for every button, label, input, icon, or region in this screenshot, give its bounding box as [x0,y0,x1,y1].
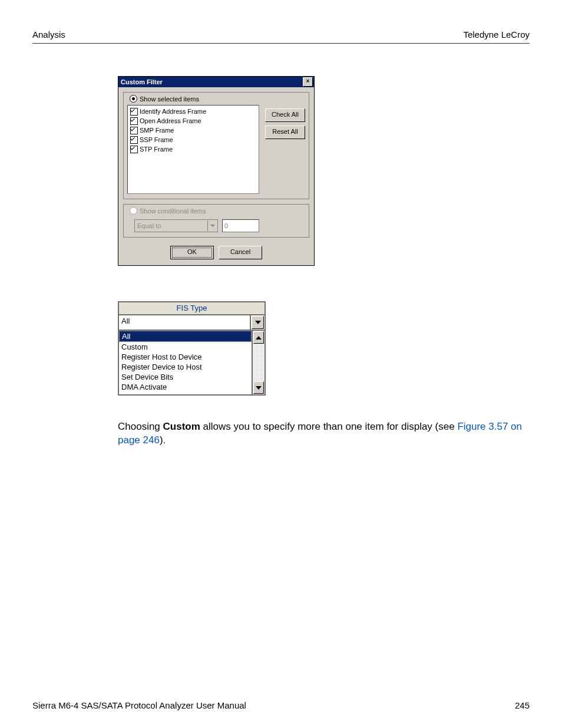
check-all-button[interactable]: Check All [265,108,305,122]
footer-left: Sierra M6-4 SAS/SATA Protocol Analyzer U… [32,700,246,710]
radio-show-conditional[interactable]: Show conditional items [130,207,305,215]
radio-on-icon [130,95,137,103]
ok-button[interactable]: OK [170,246,214,259]
dropdown-arrow-icon[interactable] [252,316,264,329]
radio-show-conditional-label: Show conditional items [140,207,206,215]
page-footer: Sierra M6-4 SAS/SATA Protocol Analyzer U… [32,700,530,710]
scroll-track[interactable] [253,344,265,381]
fis-option[interactable]: DMA Activate [119,382,252,392]
fis-options-list[interactable]: All Custom Register Host to Device Regis… [119,331,252,394]
selected-items-list[interactable]: Identify Address Frame Open Address Fram… [127,105,259,194]
reset-all-button[interactable]: Reset All [265,126,305,139]
fis-selected-value[interactable]: All [119,315,251,330]
fis-type-dropdown: FIS Type All All Custom Register Host to… [118,301,266,396]
show-selected-group: Show selected items Identify Address Fra… [123,92,309,199]
list-item[interactable]: Open Address Frame [130,116,256,126]
radio-show-selected-label: Show selected items [140,95,199,103]
page-header: Analysis Teledyne LeCroy [32,29,530,44]
header-left: Analysis [32,29,65,39]
show-conditional-group: Show conditional items Equal to 0 [123,204,309,238]
close-icon[interactable]: × [303,77,313,87]
list-item[interactable]: SSP Frame [130,135,256,144]
checkbox-icon [130,136,138,144]
fis-option[interactable]: Set Device Bits [119,372,252,382]
list-item[interactable]: SMP Frame [130,126,256,135]
checkbox-icon [130,146,138,153]
custom-filter-dialog: Custom Filter × Show selected items Iden… [118,76,315,266]
list-item[interactable]: Identify Address Frame [130,107,256,116]
body-paragraph: Choosing Custom allows you to specify mo… [118,420,530,447]
footer-right: 245 [515,700,530,710]
condition-combo-value: Equal to [135,222,207,229]
fis-option[interactable]: Register Host to Device [119,352,252,362]
radio-off-icon [130,207,137,215]
cancel-button[interactable]: Cancel [219,246,262,259]
radio-show-selected[interactable]: Show selected items [130,95,305,103]
fis-option[interactable]: Custom [119,342,252,352]
dialog-title: Custom Filter [121,78,163,85]
chevron-down-icon [207,220,217,231]
fis-option[interactable]: Register Device to Host [119,362,252,372]
scroll-up-icon[interactable] [253,331,264,344]
dialog-titlebar: Custom Filter × [118,77,314,87]
list-item[interactable]: STP Frame [130,144,256,154]
condition-value-input: 0 [222,219,259,232]
scrollbar[interactable] [252,331,265,394]
fis-option[interactable]: All [119,331,252,342]
condition-combo: Equal to [134,219,218,232]
scroll-down-icon[interactable] [253,381,264,394]
header-right: Teledyne LeCroy [463,29,530,39]
checkbox-icon [130,108,138,116]
fis-header: FIS Type [119,302,265,315]
checkbox-icon [130,117,138,125]
checkbox-icon [130,127,138,134]
